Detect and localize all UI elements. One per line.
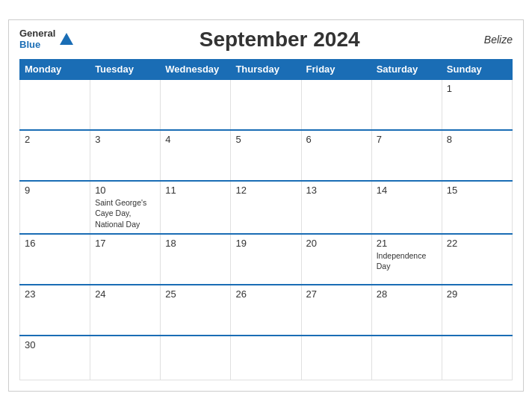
day-number: 10 — [95, 185, 155, 196]
calendar-cell: 15 — [442, 181, 512, 234]
day-number: 6 — [306, 134, 367, 145]
logo-blue-text: Blue — [19, 40, 55, 50]
col-header-tuesday: Tuesday — [90, 59, 161, 79]
day-number: 12 — [235, 185, 296, 196]
calendar-cell: 26 — [231, 285, 301, 336]
calendar-cell: 10Saint George's Caye Day, National Day — [90, 181, 161, 234]
calendar-cell: 5 — [231, 130, 301, 181]
calendar-cell: 29 — [442, 285, 512, 336]
calendar-week-row: 910Saint George's Caye Day, National Day… — [20, 181, 513, 234]
col-header-thursday: Thursday — [231, 59, 301, 79]
calendar-cell: 17 — [90, 234, 161, 285]
day-number: 27 — [306, 288, 367, 300]
calendar-cell: 13 — [301, 181, 371, 234]
calendar-cell: 6 — [301, 130, 371, 181]
calendar-cell: 22 — [442, 234, 512, 285]
event-text: Independence Day — [377, 251, 427, 271]
calendar-cell — [371, 336, 442, 380]
svg-marker-0 — [60, 33, 73, 45]
calendar-week-row: 161718192021Independence Day22 — [20, 234, 513, 285]
day-number: 13 — [306, 185, 367, 196]
calendar-cell: 20 — [301, 234, 371, 285]
country-label: Belize — [484, 34, 513, 46]
calendar-cell: 21Independence Day — [371, 234, 442, 285]
calendar-cell — [231, 336, 301, 380]
calendar-cell — [371, 79, 442, 130]
day-number: 29 — [447, 288, 507, 300]
calendar-cell — [90, 336, 161, 380]
calendar-cell: 7 — [371, 130, 442, 181]
day-number: 5 — [235, 134, 296, 145]
calendar-cell: 14 — [371, 181, 442, 234]
calendar-cell: 2 — [20, 130, 90, 181]
day-number: 2 — [25, 134, 85, 145]
day-number: 4 — [165, 134, 226, 145]
calendar-cell — [231, 79, 301, 130]
calendar-cell: 3 — [90, 130, 161, 181]
calendar-cell: 30 — [20, 336, 90, 380]
day-number: 19 — [235, 238, 296, 249]
calendar-cell: 12 — [231, 181, 301, 234]
event-text: Saint George's Caye Day, National Day — [95, 198, 146, 229]
col-header-friday: Friday — [301, 59, 371, 79]
day-number: 3 — [95, 134, 155, 145]
calendar-cell — [442, 336, 512, 380]
day-number: 17 — [95, 238, 155, 249]
calendar-week-row: 2345678 — [20, 130, 513, 181]
day-number: 8 — [447, 134, 507, 145]
day-number: 15 — [447, 185, 507, 196]
day-number: 30 — [25, 339, 85, 350]
day-number: 25 — [165, 288, 226, 300]
calendar-table: MondayTuesdayWednesdayThursdayFridaySatu… — [19, 59, 513, 380]
logo: General Blue — [19, 28, 75, 50]
calendar-cell: 28 — [371, 285, 442, 336]
calendar-cell: 4 — [161, 130, 231, 181]
day-number: 23 — [25, 288, 85, 300]
calendar-cell: 18 — [161, 234, 231, 285]
col-header-wednesday: Wednesday — [161, 59, 231, 79]
calendar-cell: 19 — [231, 234, 301, 285]
calendar-cell: 24 — [90, 285, 161, 336]
day-number: 22 — [447, 238, 507, 249]
calendar-cell — [301, 336, 371, 380]
calendar-cell — [161, 79, 231, 130]
calendar-cell — [20, 79, 90, 130]
calendar-cell: 16 — [20, 234, 90, 285]
day-number: 26 — [235, 288, 296, 300]
calendar-header-row: MondayTuesdayWednesdayThursdayFridaySatu… — [20, 59, 513, 79]
calendar-cell: 11 — [161, 181, 231, 234]
day-number: 18 — [165, 238, 226, 249]
calendar-cell — [90, 79, 161, 130]
col-header-sunday: Sunday — [442, 59, 512, 79]
day-number: 24 — [95, 288, 155, 300]
day-number: 28 — [377, 288, 437, 300]
logo-icon — [58, 31, 75, 48]
calendar-cell — [301, 79, 371, 130]
calendar-cell: 1 — [442, 79, 512, 130]
day-number: 14 — [377, 185, 437, 196]
day-number: 16 — [25, 238, 85, 249]
calendar-cell — [161, 336, 231, 380]
calendar-cell: 8 — [442, 130, 512, 181]
calendar-week-row: 1 — [20, 79, 513, 130]
calendar-cell: 25 — [161, 285, 231, 336]
col-header-saturday: Saturday — [371, 59, 442, 79]
calendar-cell: 9 — [20, 181, 90, 234]
day-number: 9 — [25, 185, 85, 196]
day-number: 11 — [165, 185, 226, 196]
calendar-cell: 23 — [20, 285, 90, 336]
calendar-week-row: 30 — [20, 336, 513, 380]
calendar-container: General Blue September 2024 Belize Monda… — [8, 19, 524, 392]
calendar-title: September 2024 — [75, 28, 483, 52]
calendar-header: General Blue September 2024 Belize — [19, 28, 513, 52]
day-number: 1 — [447, 83, 507, 94]
calendar-cell: 27 — [301, 285, 371, 336]
day-number: 21 — [377, 238, 437, 249]
calendar-week-row: 23242526272829 — [20, 285, 513, 336]
col-header-monday: Monday — [20, 59, 90, 79]
day-number: 20 — [306, 238, 367, 249]
logo-general-text: General — [19, 28, 55, 39]
day-number: 7 — [377, 134, 437, 145]
